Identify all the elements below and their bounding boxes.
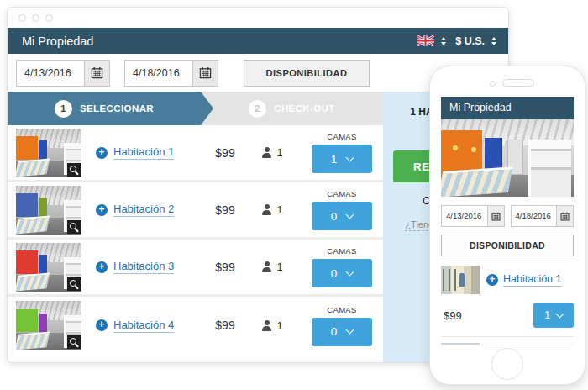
room-photo-thumbnail[interactable]	[16, 186, 81, 235]
checkout-date-field[interactable]: 4/18/2016	[124, 60, 218, 87]
phone-camera-icon	[490, 81, 496, 87]
magnifier-icon[interactable]	[67, 335, 81, 349]
room-photo-thumbnail[interactable]	[16, 243, 81, 292]
checkout-date-value[interactable]: 4/18/2016	[125, 61, 192, 86]
currency-selector[interactable]: $ U.S.	[455, 35, 485, 47]
calendar-icon	[491, 212, 501, 221]
chevron-down-icon	[346, 153, 354, 161]
room-photo	[441, 119, 574, 197]
expand-room-icon[interactable]	[486, 274, 498, 286]
person-icon	[261, 261, 272, 272]
calendar-icon	[91, 66, 103, 79]
room-link[interactable]: Habitación 4	[113, 319, 174, 333]
room-row: Habitación 3 $99 1 CAMAS 0	[8, 240, 383, 297]
person-icon	[261, 147, 272, 158]
phone-checkin-calendar-button[interactable]	[487, 206, 504, 226]
phone-room-row: Habitación 1	[441, 266, 574, 294]
app-header: Mi Propiedad $ U.S.	[8, 28, 508, 54]
beds-selected-value: 1	[331, 153, 338, 166]
phone-checkin-date-field[interactable]: 4/13/2016	[441, 205, 505, 227]
room-price: $99	[203, 319, 247, 332]
beds-selected-value: 1	[544, 309, 550, 321]
step-label: CHECK-OUT	[274, 103, 335, 113]
availability-button[interactable]: DISPONIBILIDAD	[244, 60, 370, 87]
room-row: Habitación 2 $99 1 CAMAS 0	[8, 182, 383, 240]
room-photo-thumbnail[interactable]	[441, 343, 480, 345]
phone-checkout-calendar-button[interactable]	[556, 206, 573, 226]
room-photo-thumbnail[interactable]	[16, 301, 81, 350]
checkout-calendar-button[interactable]	[192, 61, 218, 86]
phone-app-header: Mi Propiedad	[441, 97, 574, 119]
checkin-date-value[interactable]: 4/13/2016	[17, 61, 84, 86]
room-row: Habitación 1 $99 1 CAMAS 1	[8, 125, 383, 182]
expand-room-icon[interactable]	[96, 147, 108, 159]
app-title: Mi Propiedad	[22, 34, 93, 48]
phone-availability-button[interactable]: DISPONIBILIDAD	[441, 235, 574, 256]
room-price: $99	[203, 146, 247, 160]
room-price: $99	[203, 261, 247, 274]
magnifier-icon[interactable]	[67, 163, 81, 177]
phone-screen: Mi Propiedad 4/13/2016 4/18/2016	[441, 97, 574, 345]
occupancy-count: 1	[276, 261, 282, 273]
beds-column-label: CAMAS	[312, 246, 372, 256]
chevron-down-icon	[346, 210, 354, 219]
beds-select[interactable]: 0	[312, 259, 372, 287]
beds-column-label: CAMAS	[312, 189, 372, 198]
room-link[interactable]: Habitación 1	[503, 273, 562, 287]
step-number: 1	[55, 100, 72, 118]
chevron-down-icon	[346, 326, 354, 335]
steps-bar: 1 SELECCIONAR 2 CHECK-OUT	[8, 92, 383, 125]
phone-checkout-date-value[interactable]: 4/18/2016	[512, 206, 557, 226]
phone-checkin-date-value[interactable]: 4/13/2016	[442, 206, 487, 226]
beds-selected-value: 0	[331, 210, 338, 223]
beds-selected-value: 0	[331, 267, 338, 280]
chevron-down-icon	[346, 267, 354, 276]
phone-checkout-date-field[interactable]: 4/18/2016	[511, 205, 575, 227]
person-icon	[261, 204, 272, 215]
checkin-date-field[interactable]: 4/13/2016	[16, 60, 110, 87]
expand-room-icon[interactable]	[96, 319, 108, 331]
room-price: $99	[444, 309, 462, 322]
calendar-icon	[560, 212, 570, 221]
person-icon	[261, 320, 272, 331]
uk-flag-icon[interactable]	[417, 35, 434, 46]
step-check-out[interactable]: 2 CHECK-OUT	[201, 92, 383, 125]
room-link[interactable]: Habitación 1	[113, 145, 174, 160]
checkin-calendar-button[interactable]	[84, 61, 109, 86]
browser-chrome	[8, 8, 508, 28]
step-seleccionar[interactable]: 1 SELECCIONAR	[8, 92, 201, 125]
beds-column-label: CAMAS	[312, 305, 372, 314]
occupancy-count: 1	[276, 319, 282, 332]
room-photo-thumbnail[interactable]	[441, 266, 480, 294]
occupancy-count: 1	[276, 203, 282, 216]
phone-home-button[interactable]	[491, 348, 523, 380]
beds-select[interactable]: 0	[312, 202, 372, 230]
magnifier-icon[interactable]	[67, 220, 81, 234]
expand-room-icon[interactable]	[96, 204, 108, 216]
chevron-down-icon	[555, 309, 564, 318]
phone-mockup: Mi Propiedad 4/13/2016 4/18/2016	[429, 66, 585, 385]
beds-selected-value: 0	[331, 325, 338, 338]
window-control-icon[interactable]	[45, 14, 53, 22]
occupancy-count: 1	[276, 146, 282, 159]
room-link[interactable]: Habitación 3	[113, 260, 174, 274]
currency-selector-arrows-icon[interactable]	[491, 37, 496, 45]
step-number: 2	[249, 100, 266, 118]
beds-select[interactable]: 0	[312, 318, 372, 346]
room-price: $99	[203, 203, 247, 217]
room-row: Habitación 4 $99 1 CAMAS 0	[8, 297, 383, 354]
step-label: SELECCIONAR	[80, 103, 154, 113]
room-photo-thumbnail[interactable]	[16, 129, 81, 177]
beds-select[interactable]: 1	[312, 145, 372, 173]
window-control-icon[interactable]	[32, 14, 39, 22]
magnifier-icon[interactable]	[67, 277, 81, 291]
phone-speaker-icon	[502, 79, 534, 87]
beds-select[interactable]: 1	[533, 303, 574, 328]
expand-room-icon[interactable]	[96, 261, 108, 273]
language-selector-arrows-icon[interactable]	[441, 37, 446, 45]
window-control-icon[interactable]	[18, 14, 26, 22]
calendar-icon	[199, 66, 212, 79]
room-link[interactable]: Habitación 2	[113, 203, 174, 217]
beds-column-label: CAMAS	[312, 132, 372, 141]
